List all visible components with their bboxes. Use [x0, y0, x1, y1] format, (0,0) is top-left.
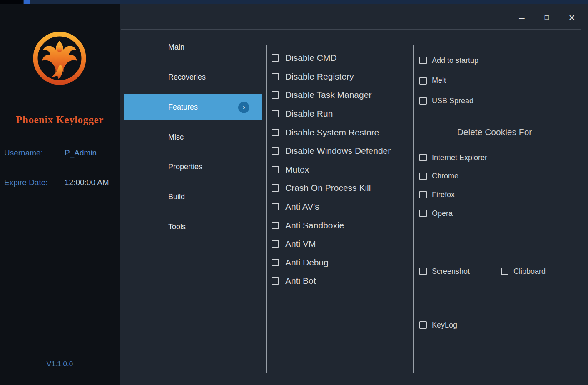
nav-item-properties[interactable]: Properties — [124, 154, 262, 180]
feature-row: Disable CMD — [267, 49, 413, 68]
features-panel: Disable CMD Disable Registery Disable Ta… — [266, 45, 576, 373]
checkbox[interactable] — [272, 129, 279, 136]
username-label: Username: — [4, 148, 65, 158]
checkbox[interactable] — [272, 110, 279, 118]
checkbox-label: Mutex — [285, 165, 309, 175]
option-row: USB Spread — [414, 91, 576, 111]
checkbox-label: Disable Registery — [285, 72, 354, 82]
feature-checkbox-list: Disable CMD Disable Registery Disable Ta… — [267, 49, 413, 290]
nav-item-tools[interactable]: Tools — [124, 214, 262, 240]
option-row: Firefox — [414, 185, 576, 204]
checkbox[interactable] — [272, 240, 279, 248]
cookies-options: Internet Explorer Chrome Firefox Opera — [414, 148, 576, 222]
option-row: Internet Explorer — [414, 148, 576, 167]
checkbox[interactable] — [419, 172, 427, 180]
checkbox[interactable] — [272, 203, 279, 210]
option-row: Add to startup — [414, 50, 576, 71]
checkbox[interactable] — [419, 77, 427, 85]
checkbox-label: Internet Explorer — [432, 153, 487, 162]
chevron-right-icon: › — [238, 102, 249, 113]
main-window: – □ × Main Recoveries Features › Misc Pr… — [120, 4, 588, 385]
checkbox-label: USB Spread — [432, 97, 473, 105]
checkbox[interactable] — [272, 54, 279, 62]
section-divider — [414, 120, 576, 120]
expire-date-value: 12:00:00 AM — [65, 178, 109, 187]
checkbox-label: Melt — [432, 76, 446, 85]
expire-date-label: Expire Date: — [4, 178, 65, 187]
section-divider — [414, 258, 576, 258]
checkbox-label: Crash On Process Kill — [285, 183, 371, 193]
phoenix-logo — [30, 28, 89, 88]
checkbox-label: Disable Run — [285, 109, 333, 119]
checkbox[interactable] — [419, 97, 427, 105]
nav-item-recoveries[interactable]: Recoveries — [124, 64, 262, 90]
option-row: Screenshot — [419, 265, 470, 278]
desktop-top-strip — [0, 0, 588, 4]
top-strip-segment — [0, 0, 23, 4]
checkbox[interactable] — [272, 184, 279, 192]
nav-label: Misc — [168, 133, 184, 142]
feature-row: Disable Registery — [267, 68, 413, 86]
checkbox[interactable] — [272, 222, 279, 229]
checkbox[interactable] — [419, 57, 427, 64]
nav-label: Features — [168, 103, 198, 112]
feature-row: Crash On Process Kill — [267, 179, 413, 198]
checkbox[interactable] — [419, 268, 427, 275]
feature-row: Anti Sandboxie — [267, 216, 413, 235]
keylog-option-row: KeyLog — [419, 319, 457, 331]
minimize-icon[interactable]: – — [516, 12, 527, 23]
checkbox-label: Anti AV's — [285, 202, 319, 212]
feature-row: Anti Debug — [267, 253, 413, 272]
nav-label: Tools — [168, 222, 186, 231]
checkbox-label: Firefox — [432, 190, 455, 199]
checkbox[interactable] — [272, 259, 279, 266]
nav-item-build[interactable]: Build — [124, 184, 262, 210]
feature-row: Disable System Restore — [267, 123, 413, 142]
nav-item-misc[interactable]: Misc — [124, 124, 262, 150]
checkbox[interactable] — [272, 277, 279, 285]
checkbox-label: Clipboard — [513, 267, 546, 276]
checkbox-label: Screenshot — [432, 267, 470, 276]
checkbox-label: Anti Bot — [285, 276, 316, 286]
checkbox-label: Disable Task Manager — [285, 90, 371, 100]
checkbox-label: Disable Windows Defender — [285, 146, 391, 156]
checkbox[interactable] — [419, 191, 427, 198]
nav-label: Properties — [168, 162, 202, 171]
delete-cookies-heading: Delete Cookies For — [414, 127, 576, 137]
checkbox[interactable] — [501, 268, 508, 275]
option-row: Chrome — [414, 167, 576, 186]
checkbox[interactable] — [272, 73, 279, 80]
feature-row: Mutex — [267, 160, 413, 179]
option-row: Opera — [414, 204, 576, 223]
checkbox[interactable] — [419, 154, 427, 161]
checkbox-label: KeyLog — [432, 321, 457, 330]
checkbox[interactable] — [272, 166, 279, 173]
nav-label: Main — [168, 43, 184, 52]
checkbox-label: Anti Debug — [285, 258, 329, 268]
checkbox-label: Add to startup — [432, 56, 478, 65]
checkbox[interactable] — [272, 147, 279, 155]
window-controls: – □ × — [516, 12, 577, 23]
checkbox[interactable] — [419, 210, 427, 217]
feature-row: Anti VM — [267, 235, 413, 253]
version-label: V1.1.0.0 — [0, 360, 120, 368]
checkbox-label: Anti Sandboxie — [285, 220, 344, 230]
titlebar-separator — [121, 29, 581, 30]
username-value: P_Admin — [65, 148, 97, 158]
maximize-icon[interactable]: □ — [541, 12, 552, 23]
feature-row: Anti AV's — [267, 198, 413, 216]
feature-row: Disable Run — [267, 105, 413, 123]
option-row: Clipboard — [501, 265, 546, 278]
close-icon[interactable]: × — [566, 12, 577, 23]
nav-item-main[interactable]: Main — [124, 34, 262, 60]
checkbox[interactable] — [272, 91, 279, 99]
nav-label: Recoveries — [168, 73, 206, 82]
checkbox[interactable] — [419, 321, 427, 329]
feature-row: Anti Bot — [267, 272, 413, 290]
capture-options: Screenshot Clipboard — [414, 265, 576, 278]
sidebar: Phoenix Keylogger Username: P_Admin Expi… — [0, 4, 120, 385]
checkbox-label: Anti VM — [285, 239, 316, 249]
nav-item-features[interactable]: Features › — [124, 94, 262, 120]
feature-row: Disable Windows Defender — [267, 142, 413, 160]
expire-date-row: Expire Date: 12:00:00 AM — [4, 178, 109, 187]
